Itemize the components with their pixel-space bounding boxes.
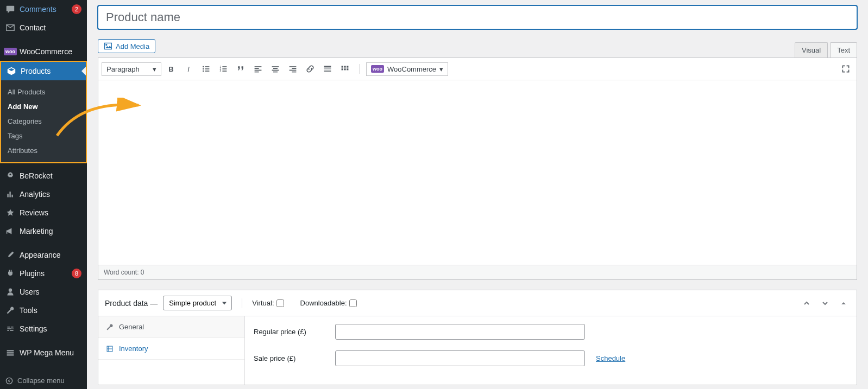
sidebar-appearance[interactable]: Appearance: [0, 246, 87, 264]
product-title-input[interactable]: [98, 5, 857, 29]
sidebar-megamenu[interactable]: WP Mega Menu: [0, 343, 87, 362]
sidebar-label: Products: [21, 67, 77, 75]
chart-icon: [5, 189, 15, 199]
sidebar-item-categories[interactable]: Categories: [1, 114, 86, 129]
virtual-checkbox[interactable]: [276, 299, 284, 307]
tab-general[interactable]: General: [98, 316, 244, 338]
add-media-button[interactable]: Add Media: [98, 39, 155, 53]
sidebar-label: Reviews: [20, 208, 81, 217]
sidebar-users[interactable]: Users: [0, 283, 87, 301]
brush-icon: [5, 250, 15, 260]
sidebar-label: BeRocket: [20, 171, 81, 180]
tab-text[interactable]: Text: [830, 42, 857, 58]
user-icon: [5, 287, 15, 297]
downloadable-label: Downloadable:: [300, 299, 347, 307]
svg-point-0: [6, 378, 12, 384]
divider: [242, 298, 242, 308]
tab-label: Inventory: [119, 345, 148, 353]
chevron-down-icon: ▾: [439, 65, 443, 73]
panel-move-up[interactable]: [800, 297, 813, 310]
sidebar-label: Contact: [20, 23, 81, 32]
fullscreen-button[interactable]: [838, 61, 853, 76]
sidebar-reviews[interactable]: Reviews: [0, 203, 87, 222]
editor-content-area[interactable]: [98, 80, 857, 265]
more-button[interactable]: [320, 61, 335, 76]
paragraph-label: Paragraph: [106, 65, 140, 73]
sale-price-input[interactable]: [335, 350, 585, 366]
tab-inventory[interactable]: Inventory: [98, 338, 244, 360]
svg-rect-17: [255, 72, 259, 73]
link-button[interactable]: [303, 61, 318, 76]
svg-rect-5: [205, 68, 209, 69]
products-submenu: All Products Add New Categories Tags Att…: [0, 80, 87, 163]
sidebar-tools[interactable]: Tools: [0, 301, 87, 320]
quote-button[interactable]: [233, 61, 248, 76]
svg-rect-27: [324, 68, 331, 69]
italic-button[interactable]: I: [181, 61, 196, 76]
sidebar-settings[interactable]: Settings: [0, 320, 87, 338]
svg-rect-34: [344, 68, 345, 70]
svg-point-2: [203, 66, 204, 67]
sidebar-marketing[interactable]: Marketing: [0, 222, 87, 240]
svg-point-1: [105, 44, 107, 46]
rocket-icon: [5, 171, 15, 181]
panel-move-down[interactable]: [819, 297, 832, 310]
align-center-button[interactable]: [268, 61, 283, 76]
align-left-button[interactable]: [250, 61, 266, 76]
sidebar-label: Analytics: [20, 190, 81, 199]
panel-toggle[interactable]: [837, 297, 850, 310]
megaphone-icon: [5, 226, 15, 236]
svg-rect-19: [273, 68, 278, 69]
toolbar-toggle-button[interactable]: [337, 61, 353, 76]
collapse-menu[interactable]: Collapse menu: [0, 372, 87, 389]
sidebar-item-all-products[interactable]: All Products: [1, 85, 86, 99]
sidebar-item-tags[interactable]: Tags: [1, 129, 86, 143]
svg-rect-35: [347, 68, 348, 70]
sidebar-berocket[interactable]: BeRocket: [0, 167, 87, 185]
svg-rect-7: [205, 71, 209, 72]
svg-rect-23: [292, 68, 296, 69]
bullet-list-button[interactable]: [198, 61, 213, 76]
sidebar-products[interactable]: Products: [1, 62, 86, 80]
admin-sidebar: Comments 2 Contact woo WooCommerce Produ…: [0, 0, 87, 389]
svg-rect-14: [255, 66, 262, 67]
svg-point-4: [203, 68, 204, 69]
sidebar-plugins[interactable]: Plugins 8: [0, 264, 87, 283]
sidebar-contact[interactable]: Contact: [0, 18, 87, 37]
bold-button[interactable]: B: [163, 61, 179, 76]
numbered-list-button[interactable]: 123: [216, 61, 231, 76]
regular-price-input[interactable]: [335, 324, 585, 340]
mail-icon: [5, 23, 15, 33]
sidebar-analytics[interactable]: Analytics: [0, 185, 87, 203]
svg-rect-18: [272, 66, 279, 67]
general-tab-form: Regular price (£) Sale price (£) Schedul…: [245, 316, 857, 385]
svg-rect-25: [292, 72, 296, 73]
sidebar-item-attributes[interactable]: Attributes: [1, 143, 86, 158]
align-right-button[interactable]: [285, 61, 300, 76]
toolbar-divider: [359, 64, 360, 74]
svg-point-6: [203, 71, 204, 72]
schedule-link[interactable]: Schedule: [596, 354, 625, 362]
downloadable-checkbox[interactable]: [349, 299, 357, 307]
paragraph-select[interactable]: Paragraph ▾: [102, 62, 161, 76]
sidebar-woocommerce[interactable]: woo WooCommerce: [0, 42, 87, 61]
sidebar-comments[interactable]: Comments 2: [0, 0, 87, 18]
menu-icon: [5, 348, 15, 358]
sidebar-label: Comments: [20, 5, 65, 14]
woocommerce-shortcodes-button[interactable]: woo WooCommerce ▾: [366, 62, 448, 76]
svg-rect-24: [290, 70, 297, 71]
sidebar-item-add-new[interactable]: Add New: [1, 99, 86, 114]
collapse-icon: [5, 377, 13, 385]
regular-price-label: Regular price (£): [254, 328, 324, 336]
sidebar-label: WP Mega Menu: [20, 348, 81, 357]
tab-visual[interactable]: Visual: [795, 42, 828, 58]
svg-rect-33: [342, 68, 343, 70]
comment-icon: [5, 4, 15, 14]
downloadable-checkbox-row[interactable]: Downloadable:: [300, 299, 357, 307]
tab-label: General: [119, 323, 144, 331]
svg-rect-11: [222, 68, 227, 69]
svg-rect-3: [205, 66, 209, 67]
virtual-checkbox-row[interactable]: Virtual:: [252, 299, 284, 307]
svg-rect-9: [222, 66, 227, 67]
product-type-select[interactable]: Simple product: [163, 296, 232, 310]
